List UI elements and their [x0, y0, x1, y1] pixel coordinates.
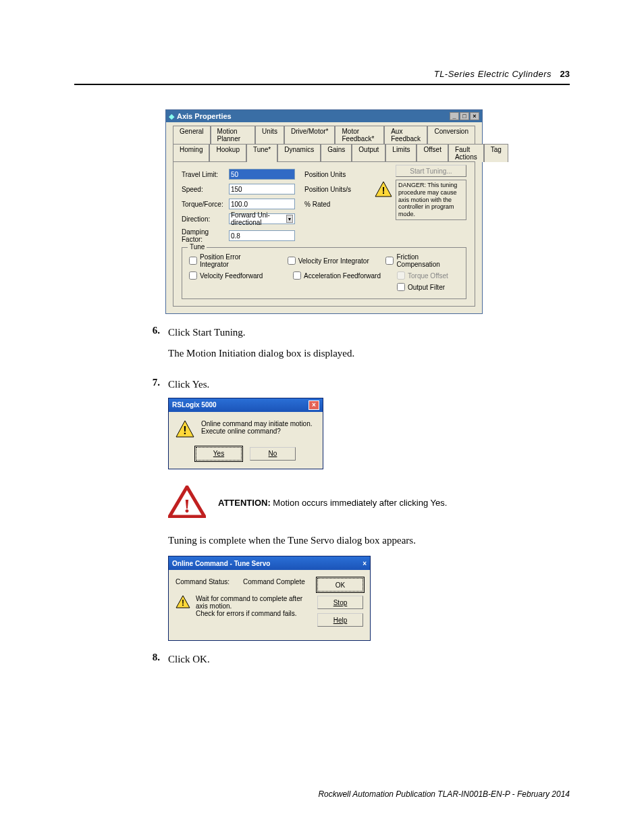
speed-label: Speed: [182, 186, 229, 193]
tuneservo-titlebar: Online Command - Tune Servo × [169, 556, 370, 570]
vff-label: Velocity Feedforward [200, 272, 263, 280]
travel-limit-unit: Position Units [304, 171, 346, 178]
warning-icon: ! [176, 595, 190, 610]
direction-value: Forward Uni-directional [231, 211, 286, 226]
svg-text:!: ! [382, 185, 385, 196]
position-error-integrator-checkbox[interactable] [189, 257, 197, 265]
tab-row-1: General Motion Planner Units Drive/Motor… [166, 122, 482, 143]
rslogix-msg1: Online command may initiate motion. [201, 420, 313, 427]
maximize-button[interactable]: □ [460, 112, 469, 120]
tab-units[interactable]: Units [255, 126, 284, 144]
pei-label: Position Error Integrator [200, 253, 271, 268]
minimize-button[interactable]: _ [450, 112, 459, 120]
tab-aux-feedback[interactable]: Aux Feedback [384, 126, 427, 144]
stop-button[interactable]: Stop [317, 596, 363, 609]
command-status-value: Command Complete [243, 578, 305, 585]
damping-input[interactable]: 0.8 [229, 230, 295, 241]
step-6-title: Click Start Tuning. [168, 325, 570, 340]
warning-icon: ! [176, 420, 194, 439]
rslogix-close-button[interactable]: × [308, 400, 319, 410]
attention-callout: ! ATTENTION: Motion occurs immediately a… [168, 486, 570, 521]
output-filter-checkbox[interactable] [397, 283, 405, 291]
fc-label: Friction Compensation [396, 253, 459, 268]
tab-dynamics[interactable]: Dynamics [277, 144, 321, 162]
of-label: Output Filter [408, 284, 445, 291]
tab-motor-feedback[interactable]: Motor Feedback* [335, 126, 384, 144]
tab-tune[interactable]: Tune* [246, 144, 277, 162]
tab-hookup[interactable]: Hookup [209, 144, 246, 162]
friction-compensation-checkbox[interactable] [385, 257, 394, 265]
tuneservo-title: Online Command - Tune Servo [172, 560, 270, 567]
tuneservo-close-button[interactable]: × [363, 560, 367, 567]
page-header: TL-Series Electric Cylinders 23 [74, 68, 570, 85]
svg-text:!: ! [182, 598, 184, 608]
tune-panel: Travel Limit: 50 Position Units Speed: 1… [173, 161, 475, 307]
tab-motion-planner[interactable]: Motion Planner [211, 126, 256, 144]
velocity-feedforward-checkbox[interactable] [189, 271, 197, 280]
tab-homing[interactable]: Homing [173, 144, 209, 162]
axis-titlebar-icon: ◆ [169, 112, 174, 121]
torque-unit: % Rated [304, 201, 330, 208]
start-tuning-button[interactable]: Start Tuning... [396, 165, 466, 177]
svg-text:!: ! [183, 425, 186, 436]
velocity-error-integrator-checkbox[interactable] [288, 257, 296, 265]
damping-label: Damping Factor: [182, 228, 229, 243]
direction-label: Direction: [182, 215, 229, 223]
tune-fieldset: Tune Position Error Integrator Velocity … [182, 247, 466, 299]
speed-input[interactable]: 150 [229, 184, 295, 194]
step-8-number: 8. [146, 652, 160, 673]
attention-text: Motion occurs immediately after clicking… [271, 498, 448, 508]
to-label: Torque Offset [408, 272, 448, 280]
travel-limit-label: Travel Limit: [182, 171, 229, 178]
tuneservo-note2: Check for errors if command fails. [196, 610, 309, 617]
tab-offset[interactable]: Offset [417, 144, 448, 162]
tune-servo-dialog: Online Command - Tune Servo × Command St… [168, 556, 371, 641]
svg-text:!: ! [184, 494, 190, 517]
torque-input[interactable]: 100.0 [229, 199, 295, 209]
chevron-down-icon: ▼ [286, 215, 293, 223]
axis-properties-window: ◆ Axis Properties _ □ × General Motion P… [165, 109, 483, 314]
torque-offset-checkbox [397, 271, 405, 280]
tab-drive-motor[interactable]: Drive/Motor* [284, 126, 336, 144]
speed-unit: Position Units/s [304, 186, 351, 193]
rslogix-titlebar: RSLogix 5000 × [169, 398, 323, 412]
header-page-number: 23 [560, 69, 570, 79]
rslogix-dialog: RSLogix 5000 × ! Online command may init… [168, 398, 323, 469]
vei-label: Velocity Error Integrator [298, 257, 369, 265]
step-7-title: Click Yes. [168, 377, 570, 392]
close-button[interactable]: × [470, 112, 479, 120]
step-8-title: Click OK. [168, 652, 570, 667]
tab-gains[interactable]: Gains [321, 144, 352, 162]
tab-conversion[interactable]: Conversion [427, 126, 475, 144]
tab-row-2: Homing Hookup Tune* Dynamics Gains Outpu… [166, 143, 482, 161]
tab-limits[interactable]: Limits [385, 144, 417, 162]
help-button[interactable]: Help [317, 613, 363, 627]
rslogix-msg2: Execute online command? [201, 427, 313, 435]
tuneservo-note1: Wait for command to complete after axis … [196, 595, 309, 610]
rslogix-title: RSLogix 5000 [172, 401, 217, 409]
acceleration-feedforward-checkbox[interactable] [293, 271, 301, 280]
direction-select[interactable]: Forward Uni-directional ▼ [229, 213, 295, 224]
tab-fault-actions[interactable]: Fault Actions [448, 144, 484, 162]
header-title: TL-Series Electric Cylinders [434, 69, 552, 79]
attention-icon: ! [168, 486, 206, 521]
header-rule [74, 84, 570, 85]
axis-title: Axis Properties [177, 112, 232, 120]
travel-limit-input[interactable]: 50 [229, 169, 295, 180]
danger-text: DANGER: This tuning procedure may cause … [396, 180, 466, 220]
yes-button[interactable]: Yes [196, 447, 242, 461]
torque-label: Torque/Force: [182, 201, 229, 208]
tune-complete-text: Tuning is complete when the Tune Servo d… [168, 533, 570, 548]
aff-label: Acceleration Feedforward [304, 272, 381, 280]
step-7-number: 7. [146, 377, 160, 641]
tab-general[interactable]: General [173, 126, 211, 144]
tab-output[interactable]: Output [352, 144, 385, 162]
step-6-body: The Motion Initiation dialog box is disp… [168, 346, 570, 361]
step-6-number: 6. [146, 325, 160, 366]
tune-legend: Tune [188, 243, 207, 251]
ok-button[interactable]: OK [317, 578, 363, 592]
warning-icon: ! [375, 181, 392, 199]
tab-tag[interactable]: Tag [484, 144, 508, 162]
no-button[interactable]: No [250, 447, 296, 461]
command-status-label: Command Status: [176, 578, 230, 585]
